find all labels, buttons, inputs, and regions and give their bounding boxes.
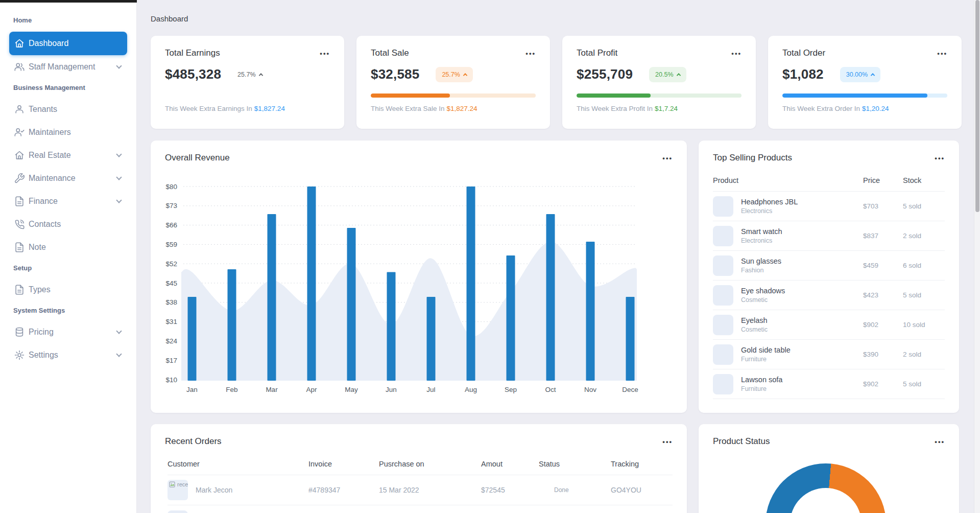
- phone-icon: [14, 219, 25, 230]
- svg-text:$66: $66: [165, 221, 177, 229]
- sidebar-item-label: Maintenance: [29, 174, 76, 183]
- database-icon: [14, 327, 25, 338]
- more-options-icon[interactable]: •••: [935, 153, 945, 161]
- chevron-up-icon: [463, 73, 467, 77]
- product-name: Eyelash: [741, 316, 768, 324]
- chevron-up-icon: [871, 73, 875, 77]
- overall-revenue-card: Overall Revenue ••• $80$73$66$59$52$45$3…: [151, 141, 687, 413]
- sidebar-section-business: Business Management: [13, 83, 123, 92]
- svg-text:$45: $45: [165, 279, 177, 287]
- stat-value: $1,082: [782, 66, 824, 82]
- total-earnings-card: Total Earnings ••• $485,328 25.7% This W…: [151, 36, 344, 129]
- sidebar-item-staff-management[interactable]: Staff Management: [0, 55, 136, 78]
- more-options-icon[interactable]: •••: [937, 48, 947, 56]
- svg-text:Feb: Feb: [226, 386, 237, 393]
- avatar-placeholder: [168, 510, 188, 513]
- footer-amount: $1,20.24: [862, 105, 889, 112]
- more-options-icon[interactable]: •••: [935, 436, 945, 445]
- more-options-icon[interactable]: •••: [662, 436, 673, 445]
- user-icon: [14, 104, 25, 115]
- stat-value: $32,585: [371, 66, 419, 82]
- svg-text:Jan: Jan: [186, 386, 198, 393]
- more-options-icon[interactable]: •••: [320, 48, 330, 56]
- more-options-icon[interactable]: •••: [525, 48, 536, 56]
- svg-text:May: May: [345, 386, 358, 393]
- sidebar-item-settings[interactable]: Settings: [0, 343, 136, 366]
- product-stock: 5 sold: [903, 380, 945, 388]
- product-category: Electronics: [741, 237, 782, 244]
- stat-footer: This Week Extra Profit In$1,7.24: [577, 105, 742, 112]
- card-title: Recent Orders: [165, 436, 222, 447]
- stat-footer: This Week Extra Sale In$1,827.24: [371, 105, 536, 112]
- chevron-down-icon: [116, 351, 122, 357]
- product-row: Lawson sofaFurniture$9025 sold: [713, 369, 945, 399]
- users-icon: [14, 61, 25, 73]
- product-name: Smart watch: [741, 227, 782, 236]
- order-status: Done: [539, 486, 611, 494]
- card-title: Total Earnings: [165, 48, 220, 58]
- more-options-icon[interactable]: •••: [731, 48, 742, 56]
- window-top-strip: [0, 0, 137, 3]
- home-icon: [14, 38, 25, 49]
- svg-text:$80: $80: [165, 183, 177, 191]
- svg-text:Dece: Dece: [622, 386, 638, 393]
- card-title: Total Profit: [577, 48, 617, 58]
- top-selling-products-card: Top Selling Products ••• Product Price S…: [699, 141, 959, 413]
- progress-bar: [371, 94, 536, 98]
- sidebar-item-label: Contacts: [29, 220, 61, 229]
- sidebar-item-dashboard[interactable]: Dashboard: [9, 32, 127, 55]
- sidebar-item-tenants[interactable]: Tenants: [0, 98, 136, 121]
- product-price: $902: [863, 321, 903, 329]
- broken-avatar-image: rece: [168, 480, 188, 500]
- page-title: Dashboard: [151, 14, 188, 23]
- progress-bar: [782, 94, 947, 98]
- svg-text:$31: $31: [165, 318, 177, 325]
- product-price: $459: [863, 262, 903, 269]
- product-name: Gold side table: [741, 346, 791, 354]
- product-row: Headphones JBLElectronics$7035 sold: [713, 192, 945, 221]
- sidebar-item-pricing[interactable]: Pricing: [0, 320, 136, 343]
- main-content: Dashboard Total Earnings ••• $485,328 25…: [137, 0, 980, 513]
- svg-text:Oct: Oct: [545, 386, 556, 393]
- product-price: $902: [863, 380, 903, 388]
- product-row: EyelashCosmetic$90210 sold: [713, 310, 945, 340]
- product-category: Fashion: [741, 267, 781, 274]
- sidebar-item-note[interactable]: Note: [0, 236, 136, 259]
- svg-text:$59: $59: [165, 241, 177, 248]
- sidebar-item-label: Finance: [29, 197, 58, 206]
- product-row: Gold side tableFurniture$3902 sold: [713, 340, 945, 369]
- gear-icon: [14, 349, 25, 361]
- sidebar-item-contacts[interactable]: Contacts: [0, 213, 136, 236]
- stat-value: $255,709: [577, 66, 633, 82]
- order-invoice: #4789347: [308, 486, 379, 494]
- file-text-icon: [14, 196, 25, 207]
- scrollbar-thumb[interactable]: [975, 0, 979, 212]
- svg-text:$38: $38: [165, 298, 177, 306]
- svg-text:$17: $17: [165, 357, 177, 364]
- product-image-placeholder: [713, 285, 733, 306]
- sidebar-item-label: Pricing: [29, 328, 54, 337]
- order-row-partial: [168, 510, 687, 513]
- product-price: $837: [863, 232, 903, 240]
- order-purchase-date: 15 Mar 2022: [379, 486, 481, 494]
- sidebar-item-label: Settings: [29, 351, 58, 360]
- total-sale-card: Total Sale ••• $32,585 25.7% This Week E…: [356, 36, 550, 129]
- svg-text:$73: $73: [165, 202, 177, 209]
- product-name: Headphones JBL: [741, 198, 798, 206]
- product-image-placeholder: [713, 226, 733, 246]
- sidebar-item-label: Types: [29, 285, 51, 294]
- product-stock: 2 sold: [903, 232, 945, 240]
- stat-value: $485,328: [165, 66, 221, 82]
- chevron-down-icon: [116, 63, 122, 68]
- sidebar-item-maintenance[interactable]: Maintenance: [0, 167, 136, 190]
- change-badge: 25.7%: [237, 71, 262, 78]
- sidebar-item-real-estate[interactable]: Real Estate: [0, 144, 136, 167]
- product-stock: 2 sold: [903, 351, 945, 358]
- sidebar-item-finance[interactable]: Finance: [0, 190, 136, 213]
- file-text-icon: [14, 242, 25, 253]
- sidebar-item-types[interactable]: Types: [0, 278, 136, 301]
- sidebar-item-maintainers[interactable]: Maintainers: [0, 121, 136, 144]
- user-check-icon: [14, 127, 25, 138]
- svg-text:Aug: Aug: [465, 386, 477, 393]
- svg-text:Nov: Nov: [584, 386, 596, 393]
